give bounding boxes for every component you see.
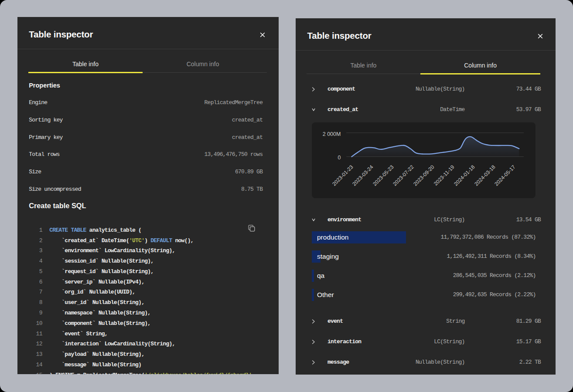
svg-text:0: 0 xyxy=(338,155,341,161)
svg-text:2 000M: 2 000M xyxy=(322,131,341,137)
